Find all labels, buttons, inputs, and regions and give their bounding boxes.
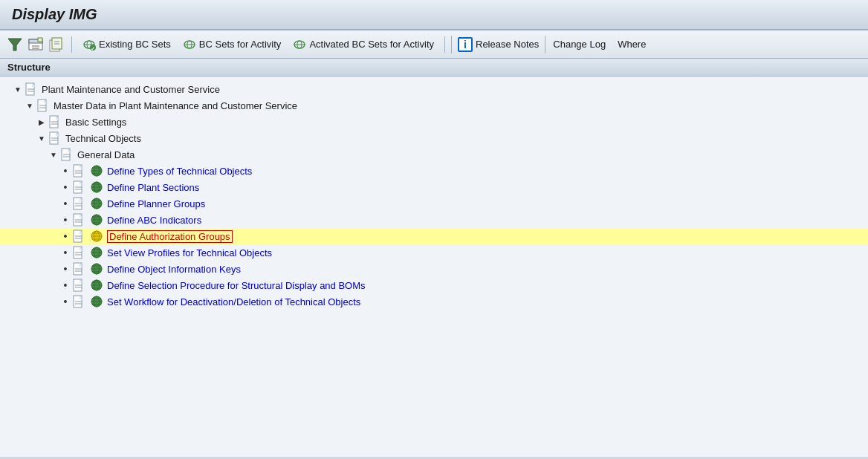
page-icon-set_view_profiles bbox=[71, 246, 86, 259]
existing-bc-sets-label: Existing BC Sets bbox=[99, 39, 171, 50]
page-icon-define_auth_groups bbox=[71, 230, 86, 243]
bc-sets-icon[interactable] bbox=[27, 36, 45, 53]
globe-icon-define_planner_groups bbox=[89, 197, 104, 210]
svg-marker-0 bbox=[8, 39, 22, 51]
page-icon-define_plant_sections bbox=[71, 180, 86, 194]
page-icon-define_planner_groups bbox=[71, 197, 86, 210]
activated-bc-sets-label: Activated BC Sets for Activity bbox=[309, 39, 434, 50]
page-icon-define_abc_indicators bbox=[71, 213, 86, 227]
filter-icon[interactable] bbox=[6, 36, 24, 53]
where-button[interactable]: Where bbox=[613, 37, 650, 51]
page-title: Display IMG bbox=[12, 6, 856, 23]
globe-icon-define_obj_info_keys bbox=[89, 262, 104, 276]
tree-row-define_abc_indicators[interactable]: • Define ABC Indicators bbox=[0, 212, 868, 228]
globe-icon-define_selection_procedure bbox=[89, 279, 104, 292]
node-label-pm_cs: Plant Maintenance and Customer Service bbox=[42, 84, 220, 95]
tree-area: ▼ Plant Maintenance and Customer Service… bbox=[0, 76, 868, 457]
dot-set_view_profiles: • bbox=[59, 247, 71, 258]
expander-master_data[interactable]: ▼ bbox=[24, 102, 36, 110]
node-label-define_plant_sections[interactable]: Define Plant Sections bbox=[107, 182, 199, 193]
tree-row-basic_settings[interactable]: ▶ Basic Settings bbox=[0, 114, 868, 130]
existing-bc-sets-icon: ✓ bbox=[82, 38, 96, 51]
page-icon-define_types bbox=[71, 164, 86, 178]
tree-row-define_planner_groups[interactable]: • Define Planner Groups bbox=[0, 195, 868, 212]
tree-row-define_plant_sections[interactable]: • Define Plant Sections bbox=[0, 179, 868, 195]
globe-icon-set_view_profiles bbox=[89, 246, 104, 259]
toolbar-separator-2 bbox=[444, 36, 445, 53]
dot-define_obj_info_keys: • bbox=[59, 263, 71, 275]
activated-bc-sets-button[interactable]: Activated BC Sets for Activity bbox=[288, 36, 438, 53]
page-icon-basic_settings bbox=[48, 115, 62, 128]
dot-set_workflow: • bbox=[59, 296, 71, 307]
tree-row-general_data[interactable]: ▼ General Data bbox=[0, 146, 868, 163]
page-icon-technical_objects bbox=[48, 131, 62, 145]
globe-icon-define_plant_sections bbox=[89, 180, 104, 194]
release-notes-label: Release Notes bbox=[476, 39, 539, 50]
change-log-button[interactable]: Change Log bbox=[548, 37, 610, 51]
node-label-define_obj_info_keys[interactable]: Define Object Information Keys bbox=[107, 264, 241, 275]
page-icon-pm_cs bbox=[24, 82, 39, 96]
node-label-technical_objects: Technical Objects bbox=[65, 133, 141, 144]
where-label: Where bbox=[618, 39, 646, 50]
tree-row-master_data[interactable]: ▼ Master Data in Plant Maintenance and C… bbox=[0, 97, 868, 114]
node-label-set_view_profiles[interactable]: Set View Profiles for Technical Objects bbox=[107, 247, 272, 258]
node-label-set_workflow[interactable]: Set Workflow for Deactivation/Deletion o… bbox=[107, 296, 360, 307]
bc-sets-activity-button[interactable]: BC Sets for Activity bbox=[178, 36, 286, 53]
tree-row-define_selection_procedure[interactable]: • Define Selection Procedure for Structu… bbox=[0, 277, 868, 293]
activated-bc-sets-icon bbox=[293, 38, 306, 51]
dot-define_plant_sections: • bbox=[59, 181, 71, 193]
node-label-general_data: General Data bbox=[77, 149, 135, 160]
tree-row-set_workflow[interactable]: • Set Workflow for Deactivation/Deletion… bbox=[0, 293, 868, 310]
release-notes-button[interactable]: i Release Notes bbox=[451, 36, 545, 53]
node-label-define_types[interactable]: Define Types of Technical Objects bbox=[107, 166, 252, 177]
svg-rect-5 bbox=[38, 38, 42, 42]
node-label-define_auth_groups[interactable]: Define Authorization Groups bbox=[107, 230, 233, 243]
change-log-label: Change Log bbox=[553, 39, 606, 50]
dot-define_planner_groups: • bbox=[59, 198, 71, 209]
tree-row-define_auth_groups[interactable]: • Define Authorization Groups bbox=[0, 228, 868, 244]
expander-general_data[interactable]: ▼ bbox=[48, 151, 59, 159]
expander-technical_objects[interactable]: ▼ bbox=[36, 134, 48, 143]
bc-sets-activity-icon bbox=[183, 38, 196, 51]
toolbar: ✓ Existing BC Sets BC Sets for Activity … bbox=[0, 30, 868, 59]
expander-pm_cs[interactable]: ▼ bbox=[12, 85, 24, 94]
page-icon-define_selection_procedure bbox=[71, 279, 86, 292]
node-label-basic_settings: Basic Settings bbox=[65, 117, 126, 128]
page-icon-define_obj_info_keys bbox=[71, 262, 86, 276]
tree-row-define_obj_info_keys[interactable]: • Define Object Information Keys bbox=[0, 261, 868, 277]
tree-row-set_view_profiles[interactable]: • Set View Profiles for Technical Object… bbox=[0, 244, 868, 261]
globe-icon-set_workflow bbox=[89, 295, 104, 308]
tree-row-technical_objects[interactable]: ▼ Technical Objects bbox=[0, 130, 868, 146]
existing-bc-sets-button[interactable]: ✓ Existing BC Sets bbox=[78, 36, 175, 53]
node-label-define_abc_indicators[interactable]: Define ABC Indicators bbox=[107, 215, 201, 226]
tree-row-pm_cs[interactable]: ▼ Plant Maintenance and Customer Service bbox=[0, 81, 868, 97]
page-icon-set_workflow bbox=[71, 295, 86, 308]
globe-icon-define_abc_indicators bbox=[89, 213, 104, 227]
dot-define_abc_indicators: • bbox=[59, 214, 71, 226]
globe-icon-define_types bbox=[89, 164, 104, 178]
node-label-define_selection_procedure[interactable]: Define Selection Procedure for Structura… bbox=[107, 280, 366, 291]
copy-icon[interactable] bbox=[48, 36, 65, 53]
structure-header: Structure bbox=[0, 59, 868, 76]
node-label-define_planner_groups[interactable]: Define Planner Groups bbox=[107, 198, 205, 209]
svg-text:✓: ✓ bbox=[91, 45, 95, 51]
tree-row-define_types[interactable]: • Define Types of Technical Objects bbox=[0, 163, 868, 179]
globe-icon-define_auth_groups bbox=[89, 230, 104, 243]
toolbar-separator-1 bbox=[71, 36, 72, 53]
dot-define_types: • bbox=[59, 165, 71, 177]
page-icon-master_data bbox=[36, 99, 51, 112]
dot-define_selection_procedure: • bbox=[59, 279, 71, 291]
title-bar: Display IMG bbox=[0, 0, 868, 30]
page-icon-general_data bbox=[59, 148, 74, 161]
info-icon: i bbox=[458, 37, 473, 52]
node-label-master_data: Master Data in Plant Maintenance and Cus… bbox=[54, 100, 297, 111]
expander-basic_settings[interactable]: ▶ bbox=[36, 118, 48, 126]
dot-define_auth_groups: • bbox=[59, 230, 71, 242]
bc-sets-activity-label: BC Sets for Activity bbox=[199, 39, 282, 50]
